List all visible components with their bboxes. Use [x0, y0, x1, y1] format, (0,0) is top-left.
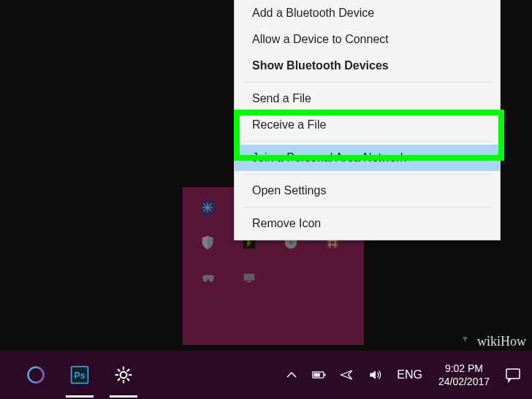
- snowflake-icon[interactable]: [197, 197, 218, 218]
- menu-remove-icon[interactable]: Remove Icon: [235, 210, 500, 237]
- svg-point-11: [290, 242, 292, 243]
- photoshop-app-icon[interactable]: Ps: [64, 360, 95, 390]
- menu-join-personal-area-network[interactable]: Join a Personal Area Network: [235, 145, 500, 171]
- menu-separator: [243, 82, 491, 83]
- menu-add-bluetooth-device[interactable]: Add a Bluetooth Device: [235, 0, 500, 26]
- svg-line-28: [118, 369, 120, 371]
- menu-separator: [243, 207, 491, 208]
- shield-icon[interactable]: [197, 232, 218, 253]
- svg-text:Ps: Ps: [75, 370, 86, 381]
- volume-icon[interactable]: [366, 366, 384, 384]
- svg-line-30: [127, 369, 129, 371]
- menu-show-bluetooth-devices[interactable]: Show Bluetooth Devices: [235, 53, 500, 79]
- menu-send-file[interactable]: Send a File: [235, 86, 500, 112]
- svg-rect-18: [247, 281, 251, 283]
- tray-expand-icon[interactable]: [283, 366, 300, 384]
- taskbar: Ps ENG 9:02 PM 24/02/2017: [0, 351, 532, 399]
- menu-open-settings[interactable]: Open Settings: [235, 178, 500, 204]
- svg-rect-17: [244, 274, 255, 281]
- clock-time: 9:02 PM: [438, 362, 490, 375]
- svg-rect-33: [324, 373, 326, 376]
- device-icon[interactable]: [239, 267, 259, 288]
- menu-allow-device-connect[interactable]: Allow a Device to Connect: [235, 26, 500, 53]
- cortana-icon[interactable]: [20, 360, 51, 390]
- svg-rect-34: [314, 373, 320, 377]
- action-center-icon[interactable]: [503, 365, 523, 385]
- svg-rect-35: [506, 369, 520, 379]
- svg-line-31: [118, 379, 120, 381]
- svg-point-23: [121, 372, 127, 379]
- clock[interactable]: 9:02 PM 24/02/2017: [436, 362, 493, 388]
- bluetooth-context-menu: Add a Bluetooth Device Allow a Device to…: [234, 0, 501, 240]
- menu-separator: [243, 174, 491, 175]
- settings-app-icon[interactable]: [108, 360, 139, 390]
- menu-receive-file[interactable]: Receive a File: [235, 112, 500, 138]
- language-indicator[interactable]: ENG: [394, 368, 425, 381]
- svg-line-29: [127, 379, 129, 381]
- scroll-down-icon[interactable]: ▾: [463, 332, 468, 344]
- clock-date: 24/02/2017: [438, 375, 490, 388]
- battery-icon[interactable]: [311, 366, 328, 384]
- wikihow-watermark: wikiHow: [477, 334, 526, 349]
- airplane-mode-icon[interactable]: [338, 366, 356, 384]
- menu-separator: [243, 141, 491, 142]
- gamepad-icon[interactable]: [197, 267, 218, 288]
